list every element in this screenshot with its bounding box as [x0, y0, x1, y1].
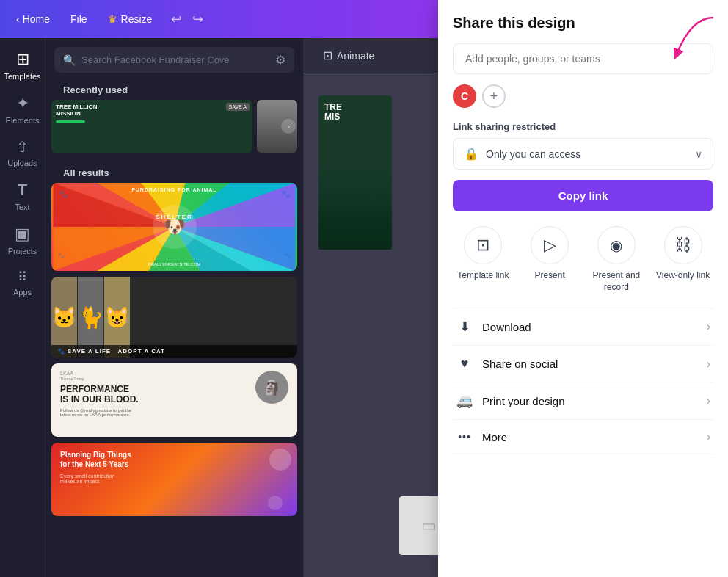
share-social-label: Share on social	[482, 358, 707, 370]
sidebar-item-projects[interactable]: ▣ Projects	[2, 219, 43, 261]
download-chevron-icon: ›	[707, 320, 710, 333]
action-row-more[interactable]: ••• More ›	[453, 419, 713, 454]
action-row-share-social[interactable]: ♥ Share on social ›	[453, 345, 713, 382]
search-input[interactable]	[81, 54, 269, 65]
template-item-fundraiser[interactable]: 🐶 FUNDRAISING FOR ANIMAL REALLYGREATSITE…	[51, 183, 297, 271]
link-access-dropdown[interactable]: 🔒 Only you can access ∨	[453, 138, 713, 170]
undo-button[interactable]: ↩	[168, 8, 185, 30]
projects-label: Projects	[8, 247, 37, 255]
share-option-view-only[interactable]: ⛓ View-only link	[652, 226, 713, 293]
present-label: Present	[534, 270, 564, 282]
more-label: More	[482, 431, 707, 443]
elements-icon: ✦	[16, 94, 29, 113]
share-social-icon: ♥	[456, 356, 473, 371]
resize-button[interactable]: ♛ Resize	[101, 9, 160, 29]
sidebar-item-templates[interactable]: ⊞ Templates	[2, 44, 43, 87]
people-input[interactable]	[453, 43, 713, 74]
template-item-performance[interactable]: LKAATheatre Group PERFORMANCEIS IN OUR B…	[51, 363, 297, 437]
link-sharing-label: Link sharing restricted	[453, 121, 713, 132]
copy-link-label: Copy link	[558, 189, 608, 202]
recently-used-next[interactable]: ›	[281, 119, 296, 134]
elements-label: Elements	[6, 116, 40, 125]
action-row-print[interactable]: 🚐 Print your design ›	[453, 382, 713, 419]
redo-button[interactable]: ↪	[189, 8, 206, 30]
share-option-present[interactable]: ▷ Present	[520, 226, 580, 293]
search-icon: 🔍	[63, 54, 76, 66]
file-label: File	[70, 13, 87, 25]
template-link-icon: ⊡	[476, 236, 489, 255]
sidebar-item-uploads[interactable]: ⇧ Uploads	[2, 132, 43, 173]
present-icon: ▷	[544, 236, 556, 255]
uploads-icon: ⇧	[16, 138, 29, 156]
template-item-planning[interactable]: Planning Big Thingsfor the Next 5 Years …	[51, 443, 297, 516]
more-chevron-icon: ›	[707, 430, 710, 443]
animate-icon: ⊡	[323, 48, 332, 62]
recently-used-row: TREE MILLIONMISSION SAVE A ›	[51, 100, 297, 153]
share-avatars-row: C +	[453, 84, 713, 108]
share-option-present-record[interactable]: ◉ Present and record	[586, 226, 647, 293]
download-label: Download	[482, 321, 707, 333]
copy-link-button[interactable]: Copy link	[453, 180, 713, 211]
text-label: Text	[15, 203, 29, 211]
view-only-label: View-only link	[656, 270, 710, 282]
apps-label: Apps	[13, 288, 32, 297]
filter-icon[interactable]: ⚙	[275, 53, 285, 67]
download-icon: ⬇	[456, 319, 473, 335]
sidebar-item-apps[interactable]: ⠿ Apps	[2, 263, 43, 302]
share-option-template-link[interactable]: ⊡ Template link	[453, 226, 514, 293]
chevron-left-icon: ‹	[16, 13, 20, 25]
recently-used-item-1[interactable]: TREE MILLIONMISSION SAVE A	[51, 100, 252, 153]
projects-icon: ▣	[15, 225, 30, 244]
present-record-label: Present and record	[586, 270, 647, 293]
print-label: Print your design	[482, 395, 707, 407]
home-label: Home	[23, 13, 50, 25]
template-link-label: Template link	[457, 270, 509, 282]
main-layout: ⊞ Templates ✦ Elements ⇧ Uploads T Text …	[0, 38, 728, 577]
search-bar: 🔍 ⚙	[54, 47, 294, 73]
left-sidebar: ⊞ Templates ✦ Elements ⇧ Uploads T Text …	[0, 38, 46, 577]
sidebar-item-text[interactable]: T Text	[2, 175, 43, 217]
animate-label: Animate	[337, 50, 374, 62]
access-level-text: Only you can access	[486, 148, 688, 160]
share-user-avatar[interactable]: C	[453, 84, 476, 108]
share-panel-title: Share this design	[453, 15, 713, 32]
present-record-icon: ◉	[610, 236, 622, 254]
undo-redo-group: ↩ ↪	[168, 8, 206, 30]
share-add-person-button[interactable]: +	[482, 84, 506, 108]
file-menu[interactable]: File	[63, 9, 95, 29]
view-only-icon: ⛓	[675, 236, 691, 255]
uploads-label: Uploads	[7, 159, 37, 167]
chevron-down-icon: ∨	[695, 148, 702, 160]
design-preview-card: TREMIS	[318, 95, 392, 250]
resize-label: Resize	[121, 13, 153, 25]
crown-icon: ♛	[108, 13, 117, 25]
templates-panel: 🔍 ⚙ Recently used TREE MILLIONMISSION SA…	[46, 38, 304, 577]
all-results-title: All results	[51, 162, 297, 183]
print-icon: 🚐	[456, 393, 473, 409]
templates-icon: ⊞	[16, 50, 29, 69]
more-icon: •••	[456, 431, 473, 443]
share-social-chevron-icon: ›	[707, 358, 710, 371]
share-panel: Share this design C + Link sharing restr	[438, 0, 728, 577]
apps-icon: ⠿	[18, 269, 28, 285]
templates-label: Templates	[4, 72, 40, 81]
animate-button[interactable]: ⊡ Animate	[316, 44, 382, 67]
home-button[interactable]: ‹ Home	[9, 9, 57, 29]
share-options-grid: ⊡ Template link ▷ Present ◉ Present and …	[453, 226, 713, 293]
templates-scroll: Recently used TREE MILLIONMISSION SAVE A…	[46, 79, 303, 577]
text-icon: T	[18, 181, 27, 200]
people-input-wrap	[453, 43, 713, 74]
print-chevron-icon: ›	[707, 394, 710, 407]
sidebar-item-elements[interactable]: ✦ Elements	[2, 88, 43, 131]
action-row-download[interactable]: ⬇ Download ›	[453, 308, 713, 345]
lock-icon: 🔒	[464, 147, 478, 161]
template-item-cats[interactable]: 🐱 🐈 😺 🐾 SAVE A LIFE ADOPT A CAT	[51, 277, 297, 358]
recently-used-title: Recently used	[51, 79, 297, 100]
